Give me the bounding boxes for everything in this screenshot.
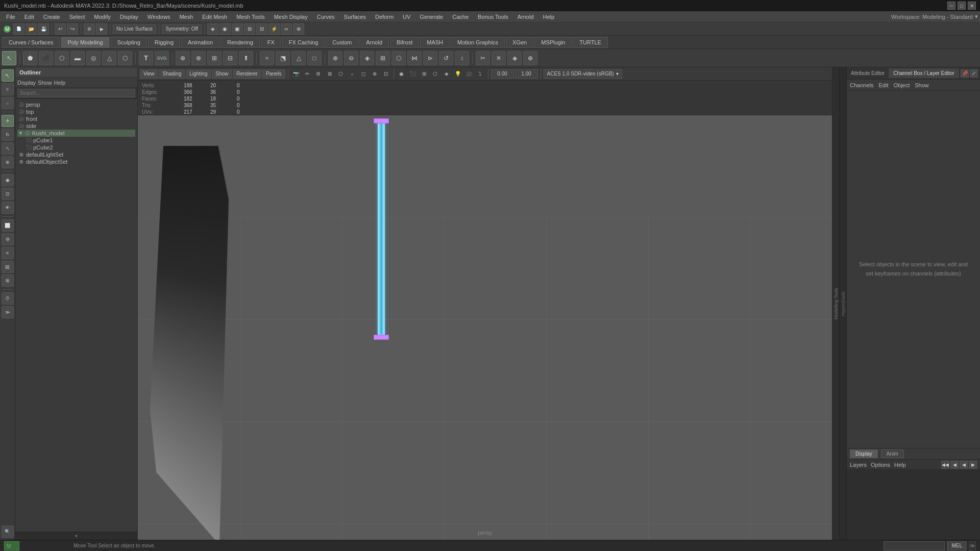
outliner-item-persp[interactable]: 🎥 persp <box>17 101 135 108</box>
shelf-bridge[interactable]: ⊞ <box>376 51 390 65</box>
outliner-item-front[interactable]: 🎥 front <box>17 115 135 122</box>
move-tool-btn[interactable]: ✛ <box>2 115 14 127</box>
menu-edit-mesh[interactable]: Edit Mesh <box>198 13 231 21</box>
close-button[interactable]: ✕ <box>968 2 976 10</box>
mel-python-toggle[interactable]: MEL <box>947 541 967 550</box>
vp-menu-show[interactable]: Show <box>212 69 232 79</box>
tb-icon7[interactable]: ∞ <box>281 23 292 35</box>
menu-select[interactable]: Select <box>65 13 89 21</box>
tab-channel-box[interactable]: Channel Box / Layer Editor <box>889 68 959 78</box>
le-ctrl-btn2[interactable]: ◀ <box>950 461 959 469</box>
outliner-menu-show[interactable]: Show <box>38 80 52 86</box>
search-btn[interactable]: 🔍 <box>2 525 14 538</box>
le-menu-options[interactable]: Options <box>871 462 890 468</box>
tb-icon3[interactable]: ▣ <box>232 23 243 35</box>
vp-grid-icon[interactable]: ⊞ <box>325 69 335 79</box>
no-live-surface[interactable]: No Live Surface <box>113 24 156 34</box>
vp-menu-shading[interactable]: Shading <box>159 69 185 79</box>
shelf-combine[interactable]: ⊕ <box>176 51 190 65</box>
workspace-selector[interactable]: Workspace: Modeling - Standard ▾ <box>891 13 978 20</box>
shelf-edge-loop[interactable]: ⊕ <box>328 51 342 65</box>
tab-rigging[interactable]: Rigging <box>148 37 180 48</box>
le-menu-help[interactable]: Help <box>894 462 906 468</box>
tb-icon2[interactable]: ◉ <box>219 23 231 35</box>
scale-tool-btn[interactable]: ⤡ <box>2 142 14 155</box>
menu-mesh-tools[interactable]: Mesh Tools <box>232 13 268 21</box>
tb-icon8[interactable]: ⊕ <box>293 23 304 35</box>
vp-menu-view[interactable]: View <box>140 69 158 79</box>
command-line-input[interactable] <box>884 541 945 550</box>
maximize-button[interactable]: □ <box>958 2 966 10</box>
undo-btn[interactable]: ↩ <box>55 23 66 35</box>
tab-xgen[interactable]: XGen <box>506 37 533 48</box>
outliner-menu-help[interactable]: Help <box>54 80 66 86</box>
outliner-item-pcube1[interactable]: ⬛ pCube1 <box>17 137 135 144</box>
shelf-poly-sphere[interactable]: ⬟ <box>23 51 37 65</box>
le-tab-display[interactable]: Display <box>850 449 878 458</box>
vp-icon-sphere[interactable]: ◉ <box>397 69 407 79</box>
shelf-collapse[interactable]: ◈ <box>507 51 522 65</box>
menu-curves[interactable]: Curves <box>313 13 339 21</box>
shelf-mirror[interactable]: ⬔ <box>276 51 290 65</box>
menu-help[interactable]: Help <box>539 13 559 21</box>
shelf-extract[interactable]: ⊞ <box>207 51 222 65</box>
panel-float-btn[interactable]: ⤢ <box>970 69 978 78</box>
shelf-select-arrow[interactable]: ↖ <box>2 51 16 65</box>
menu-bonus-tools[interactable]: Bonus Tools <box>474 13 512 21</box>
universal-manip-btn[interactable]: ⊕ <box>2 156 14 168</box>
tb-icon5[interactable]: ⊟ <box>256 23 267 35</box>
shelf-poly-cylinder[interactable]: ⬠ <box>55 51 69 65</box>
vp-pencil-icon[interactable]: ✏ <box>302 69 312 79</box>
menu-uv[interactable]: UV <box>399 13 414 21</box>
outliner-resize-handle[interactable]: ▼ <box>15 532 137 540</box>
vp-icon-light[interactable]: 💡 <box>453 69 463 79</box>
paint-select-btn[interactable]: ⬦ <box>2 97 14 109</box>
shelf-poly-cube[interactable]: ⬛ <box>39 51 53 65</box>
attr-editor-btn[interactable]: ≡ <box>2 247 14 259</box>
symmetry-label[interactable]: Symmetry: Off <box>162 24 202 34</box>
cb-menu-channels[interactable]: Channels <box>850 82 873 88</box>
tab-sculpting[interactable]: Sculpting <box>111 37 147 48</box>
tb-icon1[interactable]: ◈ <box>207 23 218 35</box>
outliner-item-top[interactable]: 🎥 top <box>17 108 135 115</box>
outliner-item-default-light-set[interactable]: ⊞ defaultLightSet <box>17 151 135 158</box>
shelf-separate[interactable]: ⊗ <box>191 51 206 65</box>
tab-animation[interactable]: Animation <box>181 37 219 48</box>
outliner-menu-display[interactable]: Display <box>17 80 36 86</box>
outliner-item-pcube2[interactable]: ⬛ pCube2 <box>17 144 135 151</box>
tab-fx[interactable]: FX <box>261 37 281 48</box>
vp-menu-lighting[interactable]: Lighting <box>186 69 211 79</box>
shelf-boolean[interactable]: ⊟ <box>223 51 237 65</box>
vp-menu-renderer[interactable]: Renderer <box>233 69 261 79</box>
menu-generate[interactable]: Generate <box>415 13 447 21</box>
le-ctrl-btn1[interactable]: ◀◀ <box>941 461 949 469</box>
outliner-search-input[interactable] <box>17 89 135 97</box>
shelf-bevel[interactable]: ◈ <box>360 51 374 65</box>
save-scene-btn[interactable]: 💾 <box>38 23 49 35</box>
shelf-quadrangulate[interactable]: □ <box>307 51 322 65</box>
vp-icon-grid2[interactable]: ⊞ <box>419 69 429 79</box>
outliner-item-kushi-model[interactable]: ▼ ⬡ Kushi_model <box>17 130 135 137</box>
menu-modify[interactable]: Modify <box>90 13 114 21</box>
vp-input-field1[interactable]: 0.00 <box>491 69 514 79</box>
vp-icon-subdiv[interactable]: ⬡ <box>430 69 440 79</box>
shelf-flip[interactable]: ↕ <box>455 51 469 65</box>
minimize-button[interactable]: ─ <box>947 2 955 10</box>
menu-create[interactable]: Create <box>39 13 64 21</box>
cb-menu-object[interactable]: Object <box>893 82 910 88</box>
shelf-cut-tool[interactable]: ✂ <box>476 51 490 65</box>
tab-motion-graphics[interactable]: Motion Graphics <box>451 37 505 48</box>
le-ctrl-btn4[interactable]: ▶ <box>969 461 977 469</box>
workspace-dropdown-icon[interactable]: ▾ <box>975 13 978 20</box>
shelf-poly-cone[interactable]: △ <box>102 51 116 65</box>
tab-turtle[interactable]: TURTLE <box>573 37 608 48</box>
new-scene-btn[interactable]: 📄 <box>13 23 24 35</box>
tab-rendering[interactable]: Rendering <box>220 37 260 48</box>
shelf-spin[interactable]: ↺ <box>439 51 453 65</box>
le-menu-layers[interactable]: Layers <box>850 462 867 468</box>
shelf-poly-torus[interactable]: ◎ <box>86 51 101 65</box>
redo-btn[interactable]: ↪ <box>67 23 78 35</box>
viewport-canvas[interactable]: persp <box>138 115 832 540</box>
tab-custom[interactable]: Custom <box>326 37 358 48</box>
script-expand-btn[interactable]: ≫ <box>969 541 976 550</box>
